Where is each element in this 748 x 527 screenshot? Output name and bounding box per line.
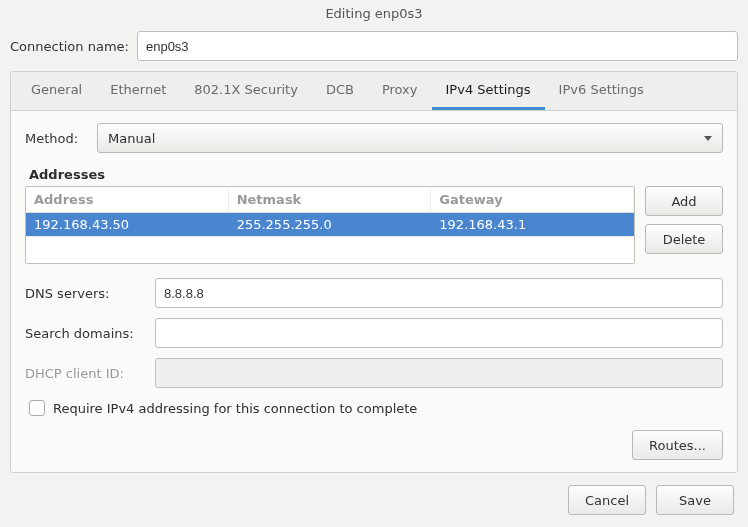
tab-bar: General Ethernet 802.1X Security DCB Pro… <box>11 72 737 111</box>
connection-name-row: Connection name: <box>0 27 748 65</box>
method-value: Manual <box>108 131 155 146</box>
cell-netmask: 255.255.255.0 <box>229 213 432 236</box>
connection-name-input[interactable] <box>137 31 738 61</box>
tab-ipv6[interactable]: IPv6 Settings <box>545 72 658 110</box>
search-domains-input[interactable] <box>155 318 723 348</box>
col-gateway: Gateway <box>431 187 634 212</box>
addresses-table[interactable]: Address Netmask Gateway 192.168.43.50 25… <box>25 186 635 264</box>
dns-label: DNS servers: <box>25 286 155 301</box>
routes-button[interactable]: Routes... <box>632 430 723 460</box>
search-domains-label: Search domains: <box>25 326 155 341</box>
addresses-header: Address Netmask Gateway <box>26 187 634 213</box>
dhcp-client-id-input <box>155 358 723 388</box>
addresses-heading: Addresses <box>29 167 723 182</box>
add-button[interactable]: Add <box>645 186 723 216</box>
delete-button[interactable]: Delete <box>645 224 723 254</box>
cell-gateway: 192.168.43.1 <box>431 213 634 236</box>
tab-dcb[interactable]: DCB <box>312 72 368 110</box>
ipv4-panel: Method: Manual Addresses Address Netmask… <box>11 111 737 472</box>
method-label: Method: <box>25 131 89 146</box>
tab-general[interactable]: General <box>17 72 96 110</box>
cell-address: 192.168.43.50 <box>26 213 229 236</box>
window-title: Editing enp0s3 <box>0 0 748 27</box>
method-combo[interactable]: Manual <box>97 123 723 153</box>
tab-ethernet[interactable]: Ethernet <box>96 72 180 110</box>
dhcp-client-id-label: DHCP client ID: <box>25 366 155 381</box>
save-button[interactable]: Save <box>656 485 734 515</box>
ipv4-form: DNS servers: Search domains: DHCP client… <box>25 278 723 388</box>
chevron-down-icon <box>704 136 712 141</box>
addresses-side-buttons: Add Delete <box>645 186 723 254</box>
tab-security[interactable]: 802.1X Security <box>180 72 312 110</box>
table-row[interactable]: 192.168.43.50 255.255.255.0 192.168.43.1 <box>26 213 634 236</box>
addresses-area: Address Netmask Gateway 192.168.43.50 25… <box>25 186 723 264</box>
tab-ipv4[interactable]: IPv4 Settings <box>432 72 545 110</box>
require-ipv4-checkbox[interactable] <box>29 400 45 416</box>
require-ipv4-label: Require IPv4 addressing for this connect… <box>53 401 417 416</box>
cancel-button[interactable]: Cancel <box>568 485 646 515</box>
require-ipv4-row: Require IPv4 addressing for this connect… <box>25 400 723 416</box>
col-address: Address <box>26 187 229 212</box>
tab-frame: General Ethernet 802.1X Security DCB Pro… <box>10 71 738 473</box>
method-row: Method: Manual <box>25 123 723 153</box>
col-netmask: Netmask <box>229 187 432 212</box>
dialog-footer: Cancel Save <box>0 473 748 527</box>
addresses-empty-space[interactable] <box>26 236 634 263</box>
dns-servers-input[interactable] <box>155 278 723 308</box>
routes-row: Routes... <box>25 430 723 460</box>
editor-window: Editing enp0s3 Connection name: General … <box>0 0 748 527</box>
connection-name-label: Connection name: <box>10 39 129 54</box>
tab-proxy[interactable]: Proxy <box>368 72 432 110</box>
